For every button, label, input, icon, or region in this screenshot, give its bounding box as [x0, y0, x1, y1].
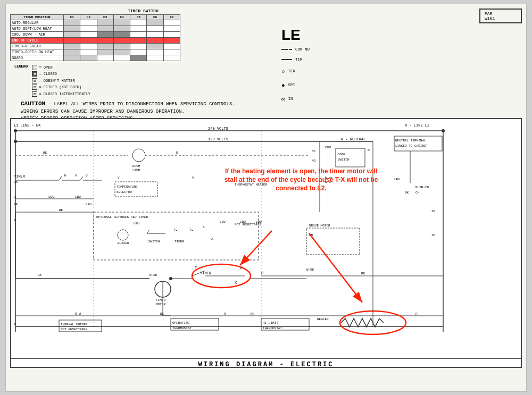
svg-text:BK: BK	[14, 203, 18, 206]
par-label: PAR	[485, 11, 517, 16]
table-row: COOL DOWN - AIR	[11, 31, 180, 37]
svg-text:W-BK: W-BK	[306, 268, 314, 272]
legend-item-open: □= OPEN	[32, 64, 90, 71]
col-5: C5	[130, 14, 147, 20]
svg-text:SWITCH: SWITCH	[148, 240, 160, 243]
svg-text:LBU: LBU	[86, 203, 92, 206]
svg-text:O: O	[261, 271, 263, 275]
svg-text:BK: BK	[43, 151, 47, 155]
col-4: C4	[113, 14, 130, 20]
legend-inline-items: □= OPEN ■= CLOSED ⊠= DOESN'T MATTER ⊞= E…	[32, 64, 90, 98]
row-label: COOL DOWN - AIR	[11, 31, 64, 37]
svg-text:DOOR: DOOR	[338, 153, 346, 156]
row-label: AUTO-REGULAR	[11, 20, 64, 26]
svg-text:DRUM: DRUM	[132, 164, 140, 168]
svg-text:W-R: W-R	[325, 180, 331, 184]
svg-text:L1 LINE - BK: L1 LINE - BK	[14, 123, 41, 128]
svg-text:W: W	[211, 238, 213, 241]
col-1: C1	[64, 14, 80, 20]
table-row: TIMED-SOFT/LOW HEAT	[11, 49, 180, 55]
svg-point-115	[14, 140, 17, 143]
col-3: C3	[97, 14, 113, 20]
left-top: TIMER SWITCH TIMER POSITION C1 C2 C3 C4 …	[10, 9, 276, 115]
svg-text:OPTIONAL FEATURES PER TIMER: OPTIONAL FEATURES PER TIMER	[96, 215, 148, 219]
svg-text:NC: NC	[312, 149, 316, 153]
caution-text1: - LABEL ALL WIRES PRIOR TO DISCONNECTION…	[48, 102, 235, 107]
legend-item-either: ⊞= EITHER (NOT BOTH)	[32, 84, 90, 91]
svg-text:CH: CH	[415, 191, 420, 195]
row-label: TIMED-REGULAR	[11, 43, 64, 49]
timer-switch-section: TIMER SWITCH TIMER POSITION C1 C2 C3 C4 …	[10, 9, 276, 61]
svg-text:BK: BK	[59, 208, 63, 212]
svg-text:LBU: LBU	[134, 222, 139, 225]
diagram-svg: L1 LINE - BK R - LINE L2 240 VOLTS 120 V…	[11, 119, 447, 348]
row-label: TIMED-SOFT/LOW HEAT	[11, 49, 64, 55]
svg-text:V: V	[192, 176, 194, 180]
table-row: TIMED-REGULAR	[11, 43, 180, 49]
legend-item-dm: ⊠= DOESN'T MATTER	[32, 78, 90, 85]
svg-text:R-W: R-W	[75, 312, 81, 316]
col-6: C6	[147, 14, 163, 20]
svg-text:H: H	[64, 174, 66, 178]
svg-text:THERMOSTAT: THERMOSTAT	[172, 326, 192, 330]
legend-panel-item-3: ○ TER	[281, 66, 522, 78]
svg-text:V: V	[86, 174, 88, 178]
svg-text:NO: NO	[312, 159, 316, 163]
svg-point-114	[14, 129, 17, 132]
svg-text:B: B	[14, 195, 16, 199]
svg-text:TIMER: TIMER	[156, 298, 165, 302]
svg-text:LBU: LBU	[394, 178, 400, 181]
svg-text:LBU: LBU	[75, 195, 81, 199]
wiring-diagram: L1 LINE - BK R - LINE L2 240 VOLTS 120 V…	[10, 118, 522, 368]
table-row: AUTO-REGULAR	[11, 20, 180, 26]
table-row: AUTO-SOFT/LOW HEAT	[11, 26, 180, 31]
col-header-position: TIMER POSITION	[11, 14, 64, 20]
svg-text:NEUTRAL TERMINAL: NEUTRAL TERMINAL	[395, 139, 426, 142]
legend-big-title: LE	[281, 27, 522, 44]
row-label: AUTO-SOFT/LOW HEAT	[11, 26, 64, 31]
part-number-box: PAR W101	[479, 9, 522, 23]
svg-text:D: D	[176, 151, 178, 155]
legend-inline: LEGEND □= OPEN ■= CLOSED ⊠= DOESN'T MATT…	[10, 64, 276, 98]
svg-text:BK: BK	[38, 273, 42, 277]
page-wrapper: TIMER SWITCH TIMER POSITION C1 C2 C3 C4 …	[0, 0, 532, 395]
svg-text:THERMOSTAT: THERMOSTAT	[263, 326, 282, 330]
diagram-title: WIRING DIAGRAM - ELECTRIC	[11, 358, 521, 369]
row-label-eoc: END OF CYCLE	[11, 37, 64, 43]
svg-text:TIMER: TIMER	[174, 240, 184, 243]
legend-inline-title: LEGEND	[14, 64, 28, 98]
legend-panel-item-4: ● SPI	[281, 80, 522, 91]
table-row: GUARD	[11, 55, 180, 61]
svg-text:2M: 2M	[431, 209, 436, 213]
svg-text:LBU: LBU	[256, 220, 262, 224]
legend-panel-item-2: TIM	[281, 56, 522, 64]
svg-text:BUZZER: BUZZER	[118, 241, 129, 245]
svg-text:W - NEUTRAL: W - NEUTRAL	[341, 137, 365, 141]
svg-text:THERMAL CUTOFF: THERMAL CUTOFF	[61, 323, 88, 326]
svg-text:1M: 1M	[431, 233, 436, 237]
svg-text:SWITCH: SWITCH	[338, 158, 350, 162]
svg-point-127	[169, 277, 172, 280]
caution-label: CAUTION	[21, 100, 45, 107]
svg-text:BK: BK	[405, 191, 409, 195]
right-top: PAR W101 LE COM NO TIM ○ TER	[276, 9, 522, 115]
timer-table: TIMER POSITION C1 C2 C3 C4 C5 C6 C7	[10, 14, 180, 61]
legend-item-ci: ⊞= CLOSED INTERMITTENTLY	[32, 91, 90, 98]
svg-point-116	[442, 129, 445, 132]
legend-items-list: COM NO TIM ○ TER ● SPI ∞	[281, 46, 522, 107]
diagram-canvas: L1 LINE - BK R - LINE L2 240 VOLTS 120 V…	[11, 119, 521, 358]
timer-table-header: TIMER POSITION C1 C2 C3 C4 C5 C6 C7	[11, 14, 180, 20]
svg-text:LBU: LBU	[220, 220, 226, 224]
svg-text:LBU: LBU	[240, 220, 246, 224]
svg-text:TEMPERATURE: TEMPERATURE	[117, 185, 138, 189]
part-number-value: W101	[485, 16, 517, 21]
table-row-highlighted: END OF CYCLE	[11, 37, 180, 43]
legend-item-closed: ■= CLOSED	[32, 71, 90, 78]
svg-text:S: S	[203, 225, 205, 229]
doc-page: TIMER SWITCH TIMER POSITION C1 C2 C3 C4 …	[5, 4, 527, 392]
svg-text:NC: NC	[160, 312, 164, 316]
svg-text:240 VOLTS: 240 VOLTS	[208, 127, 228, 131]
svg-text:DRIVE MOTOR: DRIVE MOTOR	[309, 224, 330, 228]
legend-panel-item-1: COM NO	[281, 46, 522, 54]
col-2: C2	[80, 14, 97, 20]
